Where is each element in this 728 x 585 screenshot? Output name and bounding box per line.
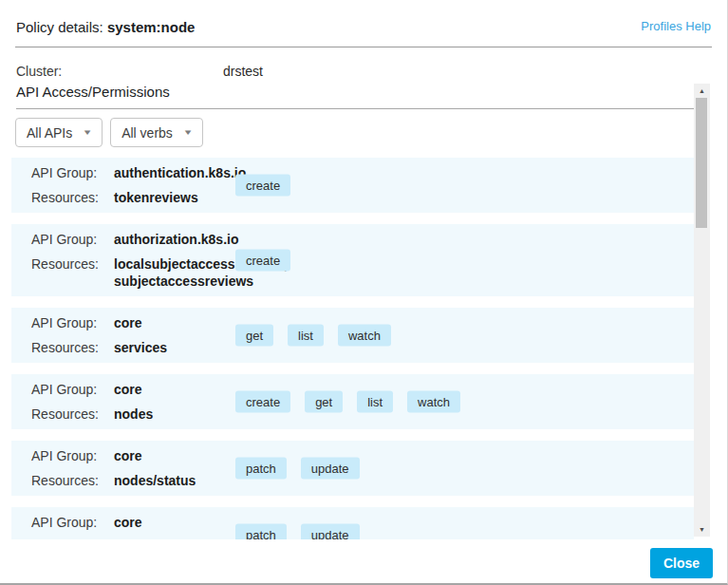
resources-value: tokenreviews xyxy=(114,189,235,206)
verb-badge: get xyxy=(305,391,343,413)
close-button[interactable]: Close xyxy=(650,548,713,578)
resources-label: Resources: xyxy=(31,339,114,356)
api-group-value: core xyxy=(114,314,235,331)
resources-value: nodes xyxy=(114,406,235,423)
permissions-list: API Group: authentication.k8s.io Resourc… xyxy=(0,158,728,539)
scrollbar-thumb[interactable] xyxy=(696,98,707,228)
cluster-row: Cluster:drstest xyxy=(0,47,727,79)
cluster-value: drstest xyxy=(223,64,263,79)
verb-badges: create xyxy=(235,175,290,197)
api-group-label: API Group: xyxy=(31,514,114,531)
filters-bar: All APIs ▼ All verbs ▼ xyxy=(15,118,728,147)
modal-header: Policy details: system:node Profiles Hel… xyxy=(0,0,727,36)
verb-badges: patchupdate xyxy=(235,524,360,540)
verb-filter-value: All verbs xyxy=(121,125,173,141)
permission-row: API Group: authentication.k8s.io Resourc… xyxy=(11,158,694,213)
permission-row: API Group: core Resources: services getl… xyxy=(11,308,694,363)
verb-badges: create xyxy=(235,250,290,272)
verb-badge: watch xyxy=(338,325,391,347)
permissions-scroll-area: API Access/Permissions All APIs ▼ All ve… xyxy=(0,81,728,539)
verb-badges: patchupdate xyxy=(235,458,360,480)
permission-row: API Group: core Resources: nodes patchup… xyxy=(11,507,694,539)
verb-filter-dropdown[interactable]: All verbs ▼ xyxy=(110,118,203,147)
verb-badge: get xyxy=(235,325,273,347)
api-group-value: core xyxy=(114,514,235,531)
verb-badges: getlistwatch xyxy=(235,325,391,347)
permission-row: API Group: core Resources: nodes/status … xyxy=(11,441,694,496)
resource-name: nodes xyxy=(114,538,235,539)
policy-name: system:node xyxy=(107,19,196,35)
api-group-label: API Group: xyxy=(31,231,114,248)
cluster-label: Cluster: xyxy=(16,64,223,79)
section-divider xyxy=(16,108,694,109)
resources-label: Resources: xyxy=(31,472,114,489)
chevron-down-icon: ▼ xyxy=(182,128,193,137)
chevron-down-icon: ▼ xyxy=(83,128,93,137)
section-title: API Access/Permissions xyxy=(16,83,728,102)
resources-value: nodes/status xyxy=(114,472,235,489)
api-group-value: core xyxy=(114,381,235,398)
api-group-label: API Group: xyxy=(31,164,114,181)
resource-name: services xyxy=(114,339,235,356)
resources-value: nodes xyxy=(114,538,235,539)
scroll-down-icon[interactable]: ▼ xyxy=(694,522,710,537)
resources-value: localsubjectaccessreviews,subjectaccessr… xyxy=(114,255,235,290)
scroll-up-icon[interactable]: ▲ xyxy=(694,84,710,98)
verb-badge: create xyxy=(235,391,290,413)
api-group-label: API Group: xyxy=(31,381,114,398)
verb-badge: list xyxy=(288,325,324,347)
api-group-value: authentication.k8s.io xyxy=(114,164,235,181)
resource-name: tokenreviews xyxy=(114,189,235,206)
resources-value: services xyxy=(114,339,235,356)
verb-badge: list xyxy=(357,391,393,413)
resource-name: localsubjectaccessreviews, xyxy=(114,255,235,273)
api-group-value: core xyxy=(114,447,235,464)
permission-row: API Group: authorization.k8s.io Resource… xyxy=(11,224,694,296)
verb-badge: patch xyxy=(235,458,287,480)
api-group-value: authorization.k8s.io xyxy=(114,231,235,248)
resources-label: Resources: xyxy=(31,538,114,539)
verb-badge: update xyxy=(301,524,360,540)
verb-badge: watch xyxy=(407,391,460,413)
resources-label: Resources: xyxy=(31,189,114,206)
resource-name: nodes/status xyxy=(114,472,235,489)
verb-badge: create xyxy=(235,175,290,197)
resource-name: nodes xyxy=(114,406,235,423)
api-filter-value: All APIs xyxy=(27,125,72,141)
modal-footer: Close xyxy=(0,541,728,583)
resources-label: Resources: xyxy=(31,255,114,290)
resource-name: subjectaccessreviews xyxy=(114,273,235,290)
page-title-prefix: Policy details: xyxy=(16,19,107,35)
api-filter-dropdown[interactable]: All APIs ▼ xyxy=(15,118,103,147)
api-group-label: API Group: xyxy=(31,447,114,464)
verb-badges: creategetlistwatch xyxy=(235,391,460,413)
verb-badge: create xyxy=(235,250,290,272)
policy-details-modal: Policy details: system:node Profiles Hel… xyxy=(0,0,728,585)
page-title: Policy details: system:node xyxy=(16,19,195,36)
api-group-label: API Group: xyxy=(31,314,114,331)
verb-badge: patch xyxy=(235,524,287,540)
resources-label: Resources: xyxy=(31,406,114,423)
verb-badge: update xyxy=(301,458,360,480)
scrollbar[interactable]: ▲ ▼ xyxy=(694,84,710,537)
profiles-help-link[interactable]: Profiles Help xyxy=(641,19,711,34)
permission-row: API Group: core Resources: nodes createg… xyxy=(11,374,694,429)
